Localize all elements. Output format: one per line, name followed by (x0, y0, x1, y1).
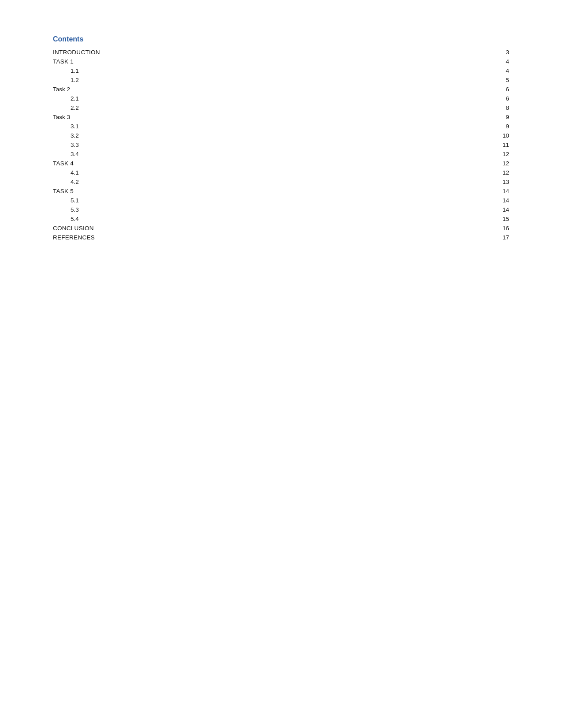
toc-row: 1.14 (53, 66, 509, 75)
toc-page-number: 17 (491, 233, 509, 242)
toc-page-number: 13 (491, 177, 509, 187)
toc-label: 3.2 (53, 131, 491, 140)
toc-label: 2.2 (53, 103, 491, 112)
toc-row: 3.19 (53, 122, 509, 131)
toc-row: 5.415 (53, 214, 509, 224)
toc-label: Task 3 (53, 112, 491, 122)
toc-label: 2.1 (53, 94, 491, 103)
toc-label: TASK 4 (53, 159, 491, 168)
toc-row: TASK 514 (53, 187, 509, 196)
toc-label: Task 2 (53, 85, 491, 94)
toc-label: REFERENCES (53, 233, 491, 242)
contents-heading: Contents (53, 35, 509, 43)
toc-label: CONCLUSION (53, 224, 491, 233)
toc-row: Task 26 (53, 85, 509, 94)
toc-label: TASK 5 (53, 187, 491, 196)
toc-label: 4.2 (53, 177, 491, 187)
toc-label: 5.4 (53, 214, 491, 224)
toc-page-number: 6 (491, 94, 509, 103)
toc-label: 1.1 (53, 66, 491, 75)
toc-row: 3.210 (53, 131, 509, 140)
toc-row: 2.16 (53, 94, 509, 103)
toc-page-number: 16 (491, 224, 509, 233)
toc-page-number: 14 (491, 187, 509, 196)
toc-row: TASK 14 (53, 57, 509, 66)
toc-page-number: 10 (491, 131, 509, 140)
toc-page-number: 3 (491, 48, 509, 57)
toc-page-number: 8 (491, 103, 509, 112)
toc-row: 4.213 (53, 177, 509, 187)
toc-label: 3.1 (53, 122, 491, 131)
toc-row: 3.311 (53, 140, 509, 149)
toc-page-number: 9 (491, 112, 509, 122)
toc-row: CONCLUSION16 (53, 224, 509, 233)
toc-row: 5.314 (53, 205, 509, 214)
toc-label: 4.1 (53, 168, 491, 177)
toc-page-number: 9 (491, 122, 509, 131)
toc-label: TASK 1 (53, 57, 491, 66)
toc-row: 3.412 (53, 149, 509, 159)
toc-page-number: 12 (491, 159, 509, 168)
toc-row: 1.25 (53, 75, 509, 85)
toc-row: 5.114 (53, 196, 509, 205)
toc-row: 4.112 (53, 168, 509, 177)
toc-page-number: 5 (491, 75, 509, 85)
toc-label: 3.3 (53, 140, 491, 149)
toc-page-number: 12 (491, 168, 509, 177)
toc-label: 5.1 (53, 196, 491, 205)
toc-row: INTRODUCTION3 (53, 48, 509, 57)
toc-page-number: 11 (491, 140, 509, 149)
toc-page-number: 14 (491, 196, 509, 205)
page: Contents INTRODUCTION3TASK 141.141.25Tas… (0, 0, 562, 728)
toc-page-number: 6 (491, 85, 509, 94)
toc-row: TASK 412 (53, 159, 509, 168)
toc-label: INTRODUCTION (53, 48, 491, 57)
toc-row: Task 39 (53, 112, 509, 122)
toc-label: 1.2 (53, 75, 491, 85)
toc-table: INTRODUCTION3TASK 141.141.25Task 262.162… (53, 48, 509, 242)
toc-page-number: 4 (491, 57, 509, 66)
toc-label: 5.3 (53, 205, 491, 214)
toc-row: REFERENCES17 (53, 233, 509, 242)
toc-page-number: 4 (491, 66, 509, 75)
toc-page-number: 15 (491, 214, 509, 224)
toc-page-number: 14 (491, 205, 509, 214)
toc-page-number: 12 (491, 149, 509, 159)
toc-label: 3.4 (53, 149, 491, 159)
toc-row: 2.28 (53, 103, 509, 112)
